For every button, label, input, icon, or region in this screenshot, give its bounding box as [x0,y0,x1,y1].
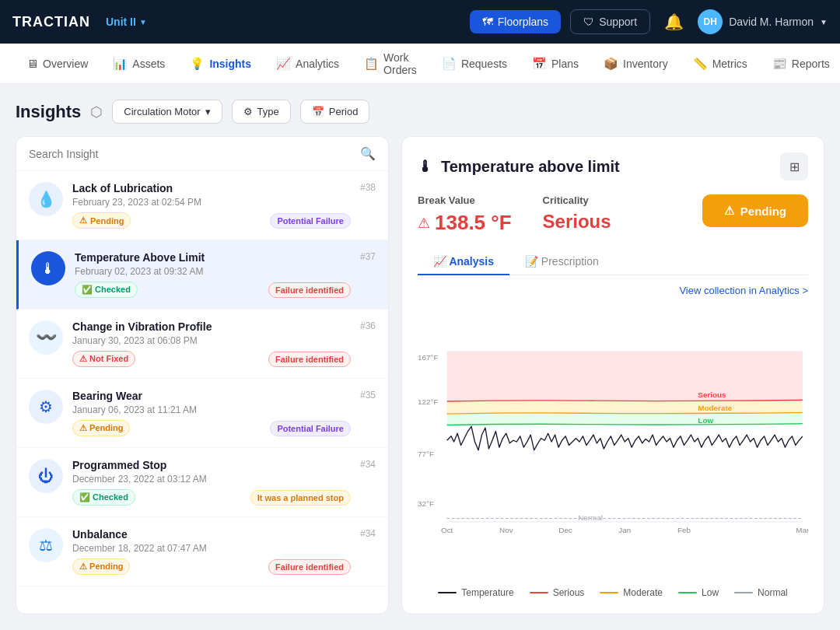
nav-metrics[interactable]: 📏Metrics [682,51,758,77]
period-filter-button[interactable]: 📅 Period [300,100,370,124]
tab-prescription[interactable]: 📝 Prescription [509,249,614,275]
insight-badges-4: ⚠ Pending Potential Failure [72,420,351,436]
legend-moderate-line [600,592,618,594]
nav-work-orders[interactable]: 📋Work Orders [353,45,428,82]
sub-nav: 🖥Overview 📊Assets 💡Insights 📈Analytics 📋… [0,44,840,84]
legend-temperature-label: Temperature [461,587,513,598]
moderate-zone-label: Moderate [698,404,732,412]
page-title: Insights [16,102,81,122]
nav-analytics[interactable]: 📈Analytics [265,51,350,77]
search-input[interactable] [29,148,354,160]
nav-plans[interactable]: 📅Plans [521,51,590,77]
legend-low: Low [678,587,719,598]
warn-icon: ⚠ [418,215,430,232]
y-label-122: 122°F [418,397,438,406]
insight-date-3: January 30, 2023 at 06:08 PM [72,335,351,346]
unit-selector[interactable]: Unit II ▼ [106,16,147,28]
insights-icon: 💡 [190,57,205,71]
tag-badge-3: Failure identified [268,352,351,367]
insight-num-1: #38 [360,182,376,193]
assets-icon: 📊 [113,57,128,71]
chart-legend: Temperature Serious Moderate Low [418,587,808,598]
insight-info-2: Temperature Above Limit February 02, 202… [75,251,351,298]
legend-low-line [678,592,697,594]
overview-icon: 🖥 [26,57,38,70]
y-label-32: 32°F [418,499,434,508]
insight-badges-1: ⚠Pending Potential Failure [72,212,351,229]
legend-temperature-line [438,592,457,594]
legend-serious-label: Serious [553,587,585,598]
requests-icon: 📄 [442,57,457,71]
legend-normal-label: Normal [758,587,788,598]
support-button[interactable]: 🛡 Support [570,9,650,34]
status-badge-3: ⚠ Not Fixed [72,351,135,367]
support-icon: 🛡 [583,16,594,28]
insight-date-4: January 06, 2023 at 11:21 AM [72,404,351,415]
insight-title-1: Lack of Lubrication [72,182,351,194]
nav-insights[interactable]: 💡Insights [179,51,262,77]
work-orders-icon: 📋 [364,57,379,71]
status-badge-2: ✅ Checked [75,282,138,298]
legend-normal-line [734,592,753,594]
tab-analysis[interactable]: 📈 Analysis [418,249,509,275]
status-badge-6: ⚠ Pending [72,558,130,575]
avatar: DH [698,9,723,34]
nav-reports[interactable]: 📰Reports [761,51,840,77]
analytics-icon: 📈 [276,57,291,71]
plans-icon: 📅 [532,57,547,71]
insight-icon-vibration: 〰️ [29,320,63,355]
serious-zone-label: Serious [698,390,726,399]
type-filter-button[interactable]: ⚙ Type [232,100,291,124]
nav-overview[interactable]: 🖥Overview [16,51,99,76]
search-icon: 🔍 [360,146,376,161]
x-oct: Oct [441,526,453,534]
insight-date-1: February 23, 2023 at 02:54 PM [72,197,351,208]
legend-moderate-label: Moderate [623,587,663,598]
expand-button[interactable]: ⊞ [780,152,808,180]
break-value-label: Break Value [418,194,512,206]
status-badge-1: ⚠Pending [72,212,131,229]
legend-normal: Normal [734,587,788,598]
asset-filter-button[interactable]: Circulation Motor ▾ [112,100,222,124]
nav-inventory[interactable]: 📦Inventory [593,51,679,77]
insight-item-1[interactable]: 💧 Lack of Lubrication February 23, 2023 … [16,171,388,240]
legend-low-label: Low [702,587,719,598]
insight-date-2: February 02, 2023 at 09:32 AM [75,266,351,277]
insight-icon-lubrication: 💧 [29,182,63,216]
user-chevron-icon: ▼ [820,18,828,26]
analytics-link[interactable]: View collection in Analytics > [418,285,808,296]
insight-item-4[interactable]: ⚙ Bearing Wear January 06, 2023 at 11:21… [16,379,388,448]
pending-button[interactable]: ⚠ Pending [702,194,808,227]
insight-icon-bearing: ⚙ [29,390,63,424]
insight-item-3[interactable]: 〰️ Change in Vibration Profile January 3… [16,310,388,379]
insight-title-3: Change in Vibration Profile [72,320,351,333]
unit-chevron-icon: ▼ [139,18,147,26]
insight-info-6: Unbalance December 18, 2022 at 07:47 AM … [72,528,351,575]
tag-badge-5: It was a planned stop [250,490,351,506]
insight-item-5[interactable]: ⏻ Programmed Stop December 23, 2022 at 0… [16,448,388,517]
search-box: 🔍 [16,137,388,171]
insight-item-6[interactable]: ⚖ Unbalance December 18, 2022 at 07:47 A… [16,517,388,586]
notifications-button[interactable]: 🔔 [660,8,688,36]
reports-icon: 📰 [772,57,787,71]
insight-item-2[interactable]: 🌡 Temperature Above Limit February 02, 2… [16,240,388,310]
nav-assets[interactable]: 📊Assets [102,51,176,77]
insight-icon-unbalance: ⚖ [29,528,63,562]
period-filter-icon: 📅 [312,106,324,117]
floorplans-button[interactable]: 🗺 Floorplans [470,10,561,33]
x-mar: Mar [796,526,808,534]
insight-badges-3: ⚠ Not Fixed Failure identified [72,351,351,367]
status-badge-5: ✅ Checked [72,489,135,506]
insight-badges-6: ⚠ Pending Failure identified [72,558,351,575]
tag-badge-4: Potential Failure [270,421,351,436]
insight-num-5: #34 [360,459,376,470]
insight-title-5: Programmed Stop [72,459,351,471]
nav-requests[interactable]: 📄Requests [431,51,518,77]
user-menu[interactable]: DH David M. Harmon ▼ [698,9,828,34]
metrics-icon: 📏 [693,57,708,71]
analysis-icon: 📈 [433,255,449,268]
insight-info-4: Bearing Wear January 06, 2023 at 11:21 A… [72,390,351,436]
insight-num-6: #34 [360,528,376,539]
break-value-number: 138.5 °F [435,211,512,235]
criticality-label: Criticality [543,194,611,206]
